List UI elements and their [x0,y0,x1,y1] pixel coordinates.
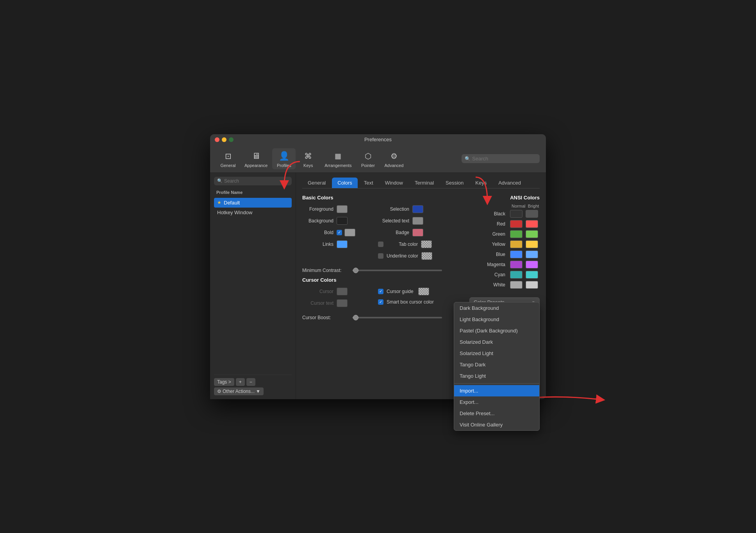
cursor-text-swatch[interactable] [337,299,348,307]
dropdown-divider [454,383,539,384]
window-title: Preferences [364,137,392,142]
minimum-contrast-row: Minimum Contrast: [302,268,442,273]
underline-color-swatch[interactable] [421,252,432,260]
ansi-magenta-normal[interactable] [510,261,522,268]
toolbar-item-keys[interactable]: ⌘ Keys [296,148,320,169]
badge-label: Badge [378,230,409,235]
ansi-blue-row: Blue [454,251,540,258]
foreground-swatch[interactable] [337,205,348,213]
tab-bar: General Colors Text Window Terminal Sess… [302,178,540,188]
background-label: Background [302,218,333,224]
toolbar-item-advanced[interactable]: ⚙ Advanced [380,148,407,169]
action-import[interactable]: Import... [454,385,539,396]
toolbar-search[interactable]: 🔍 [462,154,540,163]
preset-tango-light[interactable]: Tango Light [454,370,539,382]
profile-list: ★ Default Hotkey Window [214,198,292,375]
add-profile-button[interactable]: + [236,378,245,386]
action-export[interactable]: Export... [454,396,539,408]
tab-terminal[interactable]: Terminal [409,178,439,188]
profile-item-default[interactable]: ★ Default [214,198,292,208]
other-actions-button[interactable]: ⚙ Other Actions... ▼ [214,387,264,395]
preset-solarized-dark[interactable]: Solarized Dark [454,336,539,348]
cursor-row: Cursor [302,288,366,295]
ansi-cyan-normal[interactable] [510,271,522,279]
ansi-green-normal[interactable] [510,230,522,238]
preset-tango-dark[interactable]: Tango Dark [454,359,539,370]
toolbar-item-profiles[interactable]: 👤 Profiles [272,148,296,169]
preset-light-bg[interactable]: Light Background [454,314,539,325]
preset-dark-bg[interactable]: Dark Background [454,302,539,314]
ansi-black-normal[interactable] [510,210,522,218]
cursor-boost-label: Cursor Boost: [302,315,349,320]
toolbar: ⊡ General 🖥 Appearance 👤 Profiles ⌘ Keys… [210,145,546,173]
tab-colors[interactable]: Colors [332,178,358,188]
tab-color-checkbox[interactable] [378,242,383,247]
sidebar-search-input[interactable] [224,178,289,184]
bold-checkbox-group: ✓ [337,229,355,236]
preset-solarized-light[interactable]: Solarized Light [454,348,539,359]
toolbar-item-general[interactable]: ⊡ General [216,148,240,169]
cursor-col-right: ✓ Cursor guide ✓ Smart box cursor color [378,288,442,311]
bold-swatch[interactable] [344,229,355,236]
search-input[interactable] [472,156,537,162]
basic-colors-two-col: Foreground Background Bold ✓ [302,205,442,264]
ansi-red-normal[interactable] [510,220,522,228]
badge-row: Badge [378,229,442,236]
ansi-blue-normal[interactable] [510,251,522,258]
cursor-boost-track[interactable] [352,317,442,318]
titlebar: Preferences [210,134,546,145]
cursor-guide-checkbox[interactable]: ✓ [378,289,383,294]
toolbar-item-appearance[interactable]: 🖥 Appearance [241,148,271,169]
maximize-button[interactable] [229,137,234,142]
badge-swatch[interactable] [412,229,423,236]
underline-color-checkbox[interactable] [378,253,383,259]
cursor-swatch[interactable] [337,288,348,295]
tab-general[interactable]: General [302,178,331,188]
smart-box-checkbox[interactable]: ✓ [378,299,383,305]
background-swatch[interactable] [337,217,348,225]
toolbar-item-arrangements[interactable]: ▦ Arrangements [321,148,355,169]
remove-profile-button[interactable]: − [246,378,255,386]
tab-text[interactable]: Text [358,178,379,188]
basic-colors-col-left: Foreground Background Bold ✓ [302,205,366,264]
toolbar-item-pointer[interactable]: ⬡ Pointer [356,148,380,169]
ansi-red-bright[interactable] [526,220,538,228]
cursor-guide-swatch[interactable] [418,288,429,295]
cursor-text-label: Cursor text [302,300,333,306]
sidebar-search[interactable]: 🔍 [214,177,292,185]
profile-item-hotkey[interactable]: Hotkey Window [214,208,292,217]
tab-keys[interactable]: Keys [470,178,492,188]
keys-icon: ⌘ [302,150,314,162]
ansi-green-bright[interactable] [526,230,538,238]
pointer-icon: ⬡ [362,150,374,162]
tab-window[interactable]: Window [380,178,408,188]
ansi-yellow-bright[interactable] [526,240,538,248]
tab-color-swatch[interactable] [421,240,432,248]
minimize-button[interactable] [222,137,226,142]
ansi-headers: Normal Bright [454,204,540,208]
close-button[interactable] [215,137,219,142]
bold-label: Bold [302,230,333,235]
minimum-contrast-track[interactable] [352,270,442,271]
ansi-red-label: Red [484,221,505,227]
preset-pastel-dark[interactable]: Pastel (Dark Background) [454,325,539,336]
ansi-white-bright[interactable] [526,281,538,289]
ansi-white-normal[interactable] [510,281,522,289]
links-swatch[interactable] [337,240,348,248]
selected-text-swatch[interactable] [412,217,423,225]
ansi-magenta-bright[interactable] [526,261,538,268]
action-delete-preset[interactable]: Delete Preset... [454,408,539,419]
action-gallery[interactable]: Visit Online Gallery [454,419,539,430]
smart-box-label: Smart box cursor color [387,299,434,305]
selection-swatch[interactable] [412,205,423,213]
tags-button[interactable]: Tags > [214,378,234,386]
ansi-yellow-normal[interactable] [510,240,522,248]
ansi-blue-bright[interactable] [526,251,538,258]
cursor-text-row: Cursor text [302,299,366,307]
bold-checkbox[interactable]: ✓ [337,230,342,235]
ansi-black-bright[interactable] [526,210,538,218]
tab-advanced[interactable]: Advanced [493,178,526,188]
tab-session[interactable]: Session [440,178,469,188]
left-colors: Basic Colors Foreground Background [302,195,442,324]
ansi-cyan-bright[interactable] [526,271,538,279]
